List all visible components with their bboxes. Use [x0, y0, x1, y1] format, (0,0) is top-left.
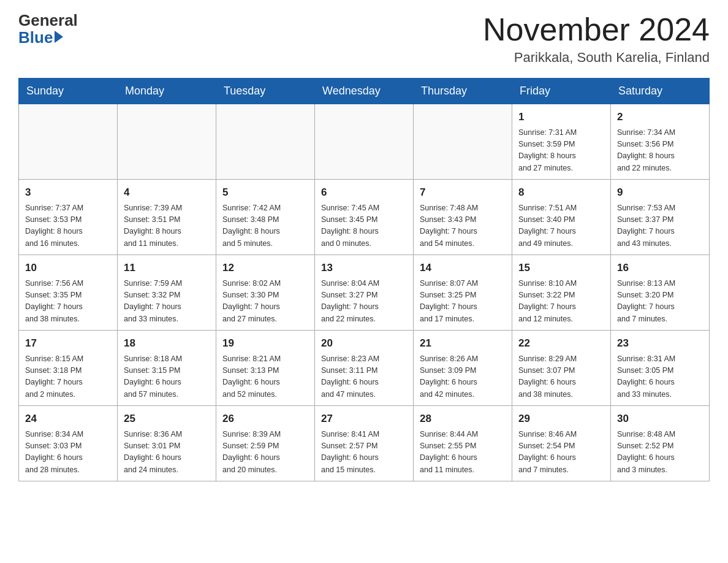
day-info: Sunrise: 8:44 AM Sunset: 2:55 PM Dayligh… [420, 429, 506, 477]
day-number: 18 [124, 335, 210, 351]
day-number: 16 [617, 260, 703, 276]
day-number: 10 [25, 260, 111, 276]
day-number: 27 [321, 411, 407, 427]
weekday-header-saturday: Saturday [611, 79, 710, 104]
logo-general-text: General [18, 12, 78, 28]
title-block: November 2024 Parikkala, South Karelia, … [483, 12, 710, 66]
calendar-cell: 16Sunrise: 8:13 AM Sunset: 3:20 PM Dayli… [611, 255, 710, 331]
day-info: Sunrise: 7:53 AM Sunset: 3:37 PM Dayligh… [617, 202, 703, 250]
calendar-cell [19, 104, 118, 180]
day-number: 23 [617, 335, 703, 351]
day-number: 28 [420, 411, 506, 427]
logo-blue-text: Blue [18, 28, 53, 47]
calendar-cell: 27Sunrise: 8:41 AM Sunset: 2:57 PM Dayli… [315, 406, 414, 481]
calendar-cell: 14Sunrise: 8:07 AM Sunset: 3:25 PM Dayli… [414, 255, 512, 331]
day-info: Sunrise: 8:04 AM Sunset: 3:27 PM Dayligh… [321, 278, 407, 326]
calendar-cell: 8Sunrise: 7:51 AM Sunset: 3:40 PM Daylig… [512, 180, 611, 255]
calendar-cell: 21Sunrise: 8:26 AM Sunset: 3:09 PM Dayli… [414, 331, 512, 406]
calendar-cell: 30Sunrise: 8:48 AM Sunset: 2:52 PM Dayli… [611, 406, 710, 481]
day-info: Sunrise: 8:21 AM Sunset: 3:13 PM Dayligh… [222, 353, 308, 401]
day-number: 22 [518, 335, 604, 351]
day-info: Sunrise: 8:26 AM Sunset: 3:09 PM Dayligh… [420, 353, 506, 401]
weekday-header-sunday: Sunday [19, 79, 118, 104]
calendar-cell: 10Sunrise: 7:56 AM Sunset: 3:35 PM Dayli… [19, 255, 118, 331]
day-number: 9 [617, 185, 703, 201]
calendar-cell [216, 104, 315, 180]
calendar-cell: 25Sunrise: 8:36 AM Sunset: 3:01 PM Dayli… [118, 406, 216, 481]
day-info: Sunrise: 8:15 AM Sunset: 3:18 PM Dayligh… [25, 353, 111, 401]
day-number: 11 [124, 260, 210, 276]
day-info: Sunrise: 7:56 AM Sunset: 3:35 PM Dayligh… [25, 278, 111, 326]
day-number: 8 [518, 185, 604, 201]
day-number: 14 [420, 260, 506, 276]
calendar-week-3: 10Sunrise: 7:56 AM Sunset: 3:35 PM Dayli… [19, 255, 710, 331]
calendar-cell: 9Sunrise: 7:53 AM Sunset: 3:37 PM Daylig… [611, 180, 710, 255]
calendar-week-5: 24Sunrise: 8:34 AM Sunset: 3:03 PM Dayli… [19, 406, 710, 481]
logo-triangle-icon [55, 31, 63, 43]
calendar-cell: 1Sunrise: 7:31 AM Sunset: 3:59 PM Daylig… [512, 104, 611, 180]
calendar-cell: 2Sunrise: 7:34 AM Sunset: 3:56 PM Daylig… [611, 104, 710, 180]
day-info: Sunrise: 7:37 AM Sunset: 3:53 PM Dayligh… [25, 202, 111, 250]
weekday-header-monday: Monday [118, 79, 216, 104]
day-number: 12 [222, 260, 308, 276]
calendar-cell: 13Sunrise: 8:04 AM Sunset: 3:27 PM Dayli… [315, 255, 414, 331]
day-info: Sunrise: 7:45 AM Sunset: 3:45 PM Dayligh… [321, 202, 407, 250]
day-number: 24 [25, 411, 111, 427]
month-title: November 2024 [483, 12, 710, 47]
calendar-cell: 7Sunrise: 7:48 AM Sunset: 3:43 PM Daylig… [414, 180, 512, 255]
day-number: 4 [124, 185, 210, 201]
calendar-cell: 26Sunrise: 8:39 AM Sunset: 2:59 PM Dayli… [216, 406, 315, 481]
calendar-cell [414, 104, 512, 180]
calendar-cell: 28Sunrise: 8:44 AM Sunset: 2:55 PM Dayli… [414, 406, 512, 481]
day-number: 13 [321, 260, 407, 276]
calendar-cell [118, 104, 216, 180]
calendar-table: SundayMondayTuesdayWednesdayThursdayFrid… [18, 78, 710, 481]
calendar-cell: 6Sunrise: 7:45 AM Sunset: 3:45 PM Daylig… [315, 180, 414, 255]
page-header: General Blue November 2024 Parikkala, So… [18, 12, 710, 66]
day-number: 7 [420, 185, 506, 201]
day-info: Sunrise: 7:48 AM Sunset: 3:43 PM Dayligh… [420, 202, 506, 250]
calendar-cell: 23Sunrise: 8:31 AM Sunset: 3:05 PM Dayli… [611, 331, 710, 406]
day-number: 26 [222, 411, 308, 427]
weekday-header-tuesday: Tuesday [216, 79, 315, 104]
weekday-header-wednesday: Wednesday [315, 79, 414, 104]
day-info: Sunrise: 7:51 AM Sunset: 3:40 PM Dayligh… [518, 202, 604, 250]
day-number: 25 [124, 411, 210, 427]
day-number: 30 [617, 411, 703, 427]
calendar-cell: 12Sunrise: 8:02 AM Sunset: 3:30 PM Dayli… [216, 255, 315, 331]
calendar-cell: 22Sunrise: 8:29 AM Sunset: 3:07 PM Dayli… [512, 331, 611, 406]
weekday-header-friday: Friday [512, 79, 611, 104]
day-number: 6 [321, 185, 407, 201]
day-number: 21 [420, 335, 506, 351]
day-number: 5 [222, 185, 308, 201]
weekday-header-row: SundayMondayTuesdayWednesdayThursdayFrid… [19, 79, 710, 104]
day-number: 19 [222, 335, 308, 351]
calendar-cell: 18Sunrise: 8:18 AM Sunset: 3:15 PM Dayli… [118, 331, 216, 406]
calendar-cell [315, 104, 414, 180]
weekday-header-thursday: Thursday [414, 79, 512, 104]
calendar-cell: 11Sunrise: 7:59 AM Sunset: 3:32 PM Dayli… [118, 255, 216, 331]
calendar-cell: 20Sunrise: 8:23 AM Sunset: 3:11 PM Dayli… [315, 331, 414, 406]
calendar-cell: 15Sunrise: 8:10 AM Sunset: 3:22 PM Dayli… [512, 255, 611, 331]
day-number: 29 [518, 411, 604, 427]
day-number: 20 [321, 335, 407, 351]
day-number: 15 [518, 260, 604, 276]
day-info: Sunrise: 8:07 AM Sunset: 3:25 PM Dayligh… [420, 278, 506, 326]
logo-blue-row: Blue [18, 28, 63, 47]
day-info: Sunrise: 8:31 AM Sunset: 3:05 PM Dayligh… [617, 353, 703, 401]
day-info: Sunrise: 8:29 AM Sunset: 3:07 PM Dayligh… [518, 353, 604, 401]
day-info: Sunrise: 8:39 AM Sunset: 2:59 PM Dayligh… [222, 429, 308, 477]
day-info: Sunrise: 8:18 AM Sunset: 3:15 PM Dayligh… [124, 353, 210, 401]
calendar-cell: 24Sunrise: 8:34 AM Sunset: 3:03 PM Dayli… [19, 406, 118, 481]
day-number: 17 [25, 335, 111, 351]
day-number: 2 [617, 109, 703, 125]
calendar-cell: 5Sunrise: 7:42 AM Sunset: 3:48 PM Daylig… [216, 180, 315, 255]
day-info: Sunrise: 7:34 AM Sunset: 3:56 PM Dayligh… [617, 127, 703, 175]
day-info: Sunrise: 7:59 AM Sunset: 3:32 PM Dayligh… [124, 278, 210, 326]
calendar-week-1: 1Sunrise: 7:31 AM Sunset: 3:59 PM Daylig… [19, 104, 710, 180]
day-info: Sunrise: 7:39 AM Sunset: 3:51 PM Dayligh… [124, 202, 210, 250]
day-info: Sunrise: 8:02 AM Sunset: 3:30 PM Dayligh… [222, 278, 308, 326]
logo: General Blue [18, 12, 78, 47]
calendar-week-2: 3Sunrise: 7:37 AM Sunset: 3:53 PM Daylig… [19, 180, 710, 255]
day-info: Sunrise: 7:31 AM Sunset: 3:59 PM Dayligh… [518, 127, 604, 175]
